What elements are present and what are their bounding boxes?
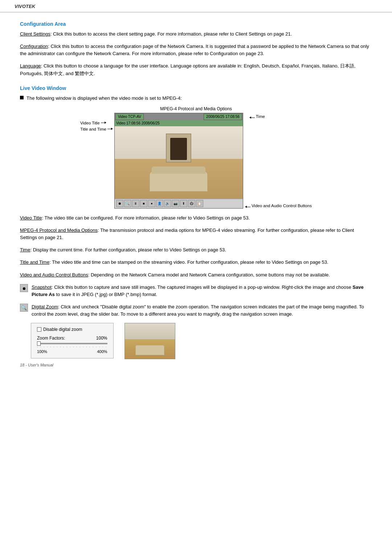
time-para-desc: : Display the current time. For further … xyxy=(30,247,226,253)
client-settings-label: Client Settings xyxy=(20,31,50,37)
video-diagram: MPEG-4 Protocol and Media Options Video … xyxy=(20,106,372,209)
zoom-slider-container: · · · · · · · · · · · · · · · · · · · · … xyxy=(37,343,107,354)
language-para: Language: Click this button to choose a … xyxy=(20,62,372,77)
snapshot-desc: : Click this button to capture and save … xyxy=(52,284,352,290)
language-label: Language xyxy=(20,63,41,69)
sofa-back xyxy=(152,167,205,174)
left-labels: Video Title Title and Time xyxy=(80,121,113,132)
snapshot-label: Snapshot xyxy=(32,284,52,290)
live-video-section: Live Video Window The following window i… xyxy=(20,85,372,360)
fireplace-inner xyxy=(170,138,187,160)
title-time-label: Title and Time xyxy=(80,127,106,131)
video-title-desc-para: Video Title: The video title can be conf… xyxy=(20,214,372,222)
footer: 18 - User's Manual xyxy=(20,363,53,367)
diagram-top-label: MPEG-4 Protocol and Media Options xyxy=(160,106,232,111)
digital-zoom-desc: : Click and uncheck "Disable digital zoo… xyxy=(32,304,364,317)
snapshot-para: ⏺ Snapshot: Click this button to capture… xyxy=(20,284,372,298)
zoom-scale-row: 100% 400% xyxy=(37,349,107,354)
zoom-factor-row: Zoom Factors: 100% xyxy=(37,336,107,341)
ctrl-btn-stop[interactable]: ■ xyxy=(140,200,147,207)
digital-zoom-para: 🔍 Digital Zoom: Click and uncheck "Disab… xyxy=(20,303,372,318)
mpeg4-label: MPEG-4 Protocol and Media Options xyxy=(20,227,98,233)
ctrl-btn-power[interactable]: ⏻ xyxy=(188,200,195,207)
video-image-area xyxy=(115,126,243,199)
zoom-slider-track[interactable] xyxy=(37,343,107,344)
time-label-right: Time xyxy=(250,114,265,119)
ctrl-btn-user[interactable]: 👤 xyxy=(156,200,163,207)
arrow-time xyxy=(250,118,255,118)
bullet-line: The following window is displayed when t… xyxy=(20,95,372,102)
configuration-label: Configuration xyxy=(20,44,48,49)
header: VIVOTEK xyxy=(0,0,392,12)
ctrl-btn-audio[interactable]: 🔊 xyxy=(164,200,171,207)
video-title-label: Video Title xyxy=(80,121,100,125)
arrow-video-title xyxy=(101,123,106,123)
video-title-label-row: Video Title xyxy=(80,121,113,125)
zoom-min-label: 100% xyxy=(37,349,47,354)
ctrl-btn-up[interactable]: ⬆ xyxy=(180,200,187,207)
video-window-wrapper: Video TCP-AV 2008/06/25 17:08:56 Video 1… xyxy=(114,113,243,209)
vac-desc: : Depending on the Network Camera model … xyxy=(88,272,330,278)
digital-zoom-text: Digital Zoom: Click and uncheck "Disable… xyxy=(32,303,372,318)
diagram-main: Video Title Title and Time Video TCP-AV xyxy=(80,113,312,209)
digital-zoom-icon: 🔍 xyxy=(20,304,28,312)
time-para-label: Time xyxy=(20,247,30,253)
title-time-para-label: Title and Time xyxy=(20,259,49,265)
video-subtitle-bar: Video 17:08:56 2008/06/25 xyxy=(115,120,243,126)
room-sofa xyxy=(150,172,208,192)
mpeg4-para: MPEG-4 Protocol and Media Options: The t… xyxy=(20,227,372,241)
zoom-max-label: 400% xyxy=(97,349,107,354)
zoom-factor-label: Zoom Factors: xyxy=(37,336,65,341)
zoom-panel: Disable digital zoom Zoom Factors: 100% … xyxy=(31,323,114,358)
configuration-para: Configuration: Click this button to acce… xyxy=(20,43,372,57)
controls-label-right: Video and Audio Control Buttons xyxy=(245,204,312,209)
disable-digital-zoom-checkbox[interactable] xyxy=(37,327,41,332)
config-section-title: Configuration Area xyxy=(20,21,372,27)
ctrl-btn-photo[interactable]: 📷 xyxy=(172,200,179,207)
title-time-label-row: Title and Time xyxy=(80,127,113,131)
video-title-desc-label: Video Title xyxy=(20,215,42,221)
time-label-text: Time xyxy=(256,114,265,119)
arrow-title-time xyxy=(107,129,113,129)
snapshot-icon: ⏺ xyxy=(20,284,28,292)
video-time-box: 2008/06/25 17:08:56 xyxy=(204,114,242,120)
snapshot-text: Snapshot: Click this button to capture a… xyxy=(32,284,372,298)
ctrl-btn-clip[interactable]: 📋 xyxy=(196,200,203,207)
ctrl-btn-pause[interactable]: ⏸ xyxy=(132,200,139,207)
zoom-slider-dots: · · · · · · · · · · · · · · · · · · · · … xyxy=(37,345,107,349)
zoom-thumbnail xyxy=(124,323,175,359)
vac-label: Video and Audio Control Buttons xyxy=(20,272,88,278)
thumb-sofa xyxy=(135,345,164,355)
ctrl-btn-rec2[interactable]: ● xyxy=(148,200,155,207)
live-video-title: Live Video Window xyxy=(20,85,372,91)
zoom-section: Disable digital zoom Zoom Factors: 100% … xyxy=(31,323,372,359)
ctrl-btn-record[interactable]: ⏺ xyxy=(116,200,123,207)
video-controls-bar: ⏺ 🔍 ⏸ ■ ● 👤 🔊 📷 ⬆ ⏻ 📋 xyxy=(115,199,243,208)
client-settings-text: : Click this button to access the client… xyxy=(50,31,292,37)
zoom-checkbox-row: Disable digital zoom xyxy=(37,327,107,332)
thumb-wall xyxy=(125,323,175,339)
language-text: : Click this button to choose a language… xyxy=(20,63,355,76)
client-settings-para: Client Settings: Click this button to ac… xyxy=(20,30,372,38)
page-wrapper: VIVOTEK Configuration Area Client Settin… xyxy=(0,0,392,374)
zoom-factor-value: 100% xyxy=(96,336,107,341)
controls-label-text: Video and Audio Control Buttons xyxy=(252,204,312,208)
snapshot-desc2: to save it in JPEG (*.jpg) or BMP (*.bmp… xyxy=(55,292,157,297)
time-para: Time: Display the current time. For furt… xyxy=(20,246,372,254)
vac-para: Video and Audio Control Buttons: Dependi… xyxy=(20,271,372,279)
title-time-para-desc: : The video title and time can be stampe… xyxy=(49,259,328,265)
config-section: Configuration Area Client Settings: Clic… xyxy=(20,21,372,77)
video-title-box: Video TCP-AV xyxy=(115,114,144,120)
video-topbar: Video TCP-AV 2008/06/25 17:08:56 xyxy=(115,113,243,120)
content-area: Configuration Area Client Settings: Clic… xyxy=(0,12,392,374)
room-fireplace xyxy=(166,134,191,163)
bullet-text: The following window is displayed when t… xyxy=(26,95,182,102)
arrow-controls xyxy=(245,207,250,207)
digital-zoom-label: Digital Zoom xyxy=(32,304,58,309)
video-title-desc-text: : The video title can be configured. For… xyxy=(42,215,250,221)
ctrl-btn-zoom[interactable]: 🔍 xyxy=(124,200,131,207)
video-window: Video TCP-AV 2008/06/25 17:08:56 Video 1… xyxy=(114,113,243,209)
zoom-slider-thumb[interactable] xyxy=(37,341,41,346)
title-time-para: Title and Time: The video title and time… xyxy=(20,259,372,266)
zoom-checkbox-label: Disable digital zoom xyxy=(43,327,82,332)
